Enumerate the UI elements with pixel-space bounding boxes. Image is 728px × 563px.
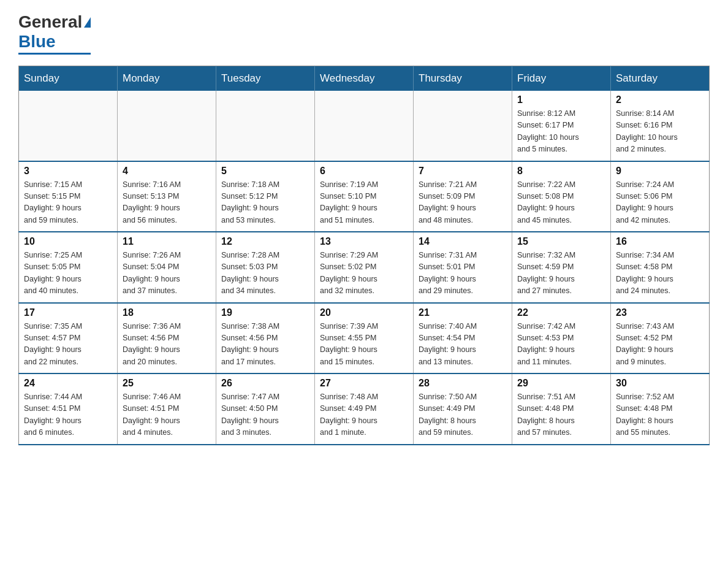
day-info: Sunrise: 7:48 AM Sunset: 4:49 PM Dayligh…	[320, 391, 408, 439]
day-number: 8	[517, 166, 605, 177]
day-number: 24	[24, 378, 112, 389]
day-info: Sunrise: 7:21 AM Sunset: 5:09 PM Dayligh…	[419, 179, 507, 227]
calendar-cell: 1Sunrise: 8:12 AM Sunset: 6:17 PM Daylig…	[512, 91, 611, 161]
day-info: Sunrise: 7:25 AM Sunset: 5:05 PM Dayligh…	[24, 250, 112, 297]
day-number: 11	[123, 236, 211, 247]
calendar-cell: 29Sunrise: 7:51 AM Sunset: 4:48 PM Dayli…	[512, 373, 611, 445]
day-number: 27	[320, 378, 408, 389]
day-info: Sunrise: 7:44 AM Sunset: 4:51 PM Dayligh…	[24, 391, 112, 439]
calendar-cell: 6Sunrise: 7:19 AM Sunset: 5:10 PM Daylig…	[315, 161, 414, 232]
calendar-cell: 18Sunrise: 7:36 AM Sunset: 4:56 PM Dayli…	[118, 303, 216, 374]
calendar-cell: 24Sunrise: 7:44 AM Sunset: 4:51 PM Dayli…	[19, 373, 118, 445]
logo-underline	[18, 53, 91, 55]
day-number: 29	[517, 378, 605, 389]
calendar-header-wednesday: Wednesday	[315, 66, 414, 91]
day-info: Sunrise: 7:36 AM Sunset: 4:56 PM Dayligh…	[123, 321, 211, 369]
calendar-cell: 14Sunrise: 7:31 AM Sunset: 5:01 PM Dayli…	[414, 232, 512, 303]
calendar-cell: 19Sunrise: 7:38 AM Sunset: 4:56 PM Dayli…	[216, 303, 315, 374]
calendar-cell: 22Sunrise: 7:42 AM Sunset: 4:53 PM Dayli…	[512, 303, 611, 374]
calendar-cell: 15Sunrise: 7:32 AM Sunset: 4:59 PM Dayli…	[512, 232, 611, 303]
day-number: 16	[616, 236, 704, 247]
day-info: Sunrise: 7:51 AM Sunset: 4:48 PM Dayligh…	[517, 391, 605, 439]
calendar-cell: 10Sunrise: 7:25 AM Sunset: 5:05 PM Dayli…	[19, 232, 118, 303]
calendar-cell: 3Sunrise: 7:15 AM Sunset: 5:15 PM Daylig…	[19, 161, 118, 232]
day-number: 12	[221, 236, 309, 247]
day-number: 30	[616, 378, 704, 389]
calendar-week-row: 24Sunrise: 7:44 AM Sunset: 4:51 PM Dayli…	[19, 373, 710, 445]
calendar-cell: 4Sunrise: 7:16 AM Sunset: 5:13 PM Daylig…	[118, 161, 216, 232]
day-info: Sunrise: 7:40 AM Sunset: 4:54 PM Dayligh…	[419, 321, 507, 369]
day-number: 18	[123, 307, 211, 318]
day-info: Sunrise: 8:14 AM Sunset: 6:16 PM Dayligh…	[616, 108, 704, 156]
calendar-week-row: 3Sunrise: 7:15 AM Sunset: 5:15 PM Daylig…	[19, 161, 710, 232]
day-number: 3	[24, 166, 112, 177]
day-number: 10	[24, 236, 112, 247]
calendar-cell: 12Sunrise: 7:28 AM Sunset: 5:03 PM Dayli…	[216, 232, 315, 303]
day-number: 2	[616, 94, 704, 105]
day-number: 7	[419, 166, 507, 177]
day-number: 9	[616, 166, 704, 177]
day-number: 13	[320, 236, 408, 247]
day-info: Sunrise: 7:43 AM Sunset: 4:52 PM Dayligh…	[616, 321, 704, 369]
calendar-cell: 13Sunrise: 7:29 AM Sunset: 5:02 PM Dayli…	[315, 232, 414, 303]
day-number: 1	[517, 94, 605, 105]
day-number: 26	[221, 378, 309, 389]
calendar-header-friday: Friday	[512, 66, 611, 91]
calendar-cell: 30Sunrise: 7:52 AM Sunset: 4:48 PM Dayli…	[611, 373, 710, 445]
calendar-cell: 23Sunrise: 7:43 AM Sunset: 4:52 PM Dayli…	[611, 303, 710, 374]
day-info: Sunrise: 7:26 AM Sunset: 5:04 PM Dayligh…	[123, 250, 211, 297]
day-info: Sunrise: 7:32 AM Sunset: 4:59 PM Dayligh…	[517, 250, 605, 297]
calendar-week-row: 10Sunrise: 7:25 AM Sunset: 5:05 PM Dayli…	[19, 232, 710, 303]
logo-triangle-icon	[84, 17, 91, 28]
day-info: Sunrise: 7:39 AM Sunset: 4:55 PM Dayligh…	[320, 321, 408, 369]
day-info: Sunrise: 7:16 AM Sunset: 5:13 PM Dayligh…	[123, 179, 211, 227]
calendar-cell	[315, 91, 414, 161]
day-number: 15	[517, 236, 605, 247]
calendar-header-row: SundayMondayTuesdayWednesdayThursdayFrid…	[19, 66, 710, 91]
calendar-header-tuesday: Tuesday	[216, 66, 315, 91]
day-info: Sunrise: 7:35 AM Sunset: 4:57 PM Dayligh…	[24, 321, 112, 369]
calendar-table: SundayMondayTuesdayWednesdayThursdayFrid…	[18, 66, 710, 445]
calendar-cell: 17Sunrise: 7:35 AM Sunset: 4:57 PM Dayli…	[19, 303, 118, 374]
calendar-cell: 8Sunrise: 7:22 AM Sunset: 5:08 PM Daylig…	[512, 161, 611, 232]
day-number: 14	[419, 236, 507, 247]
day-number: 6	[320, 166, 408, 177]
calendar-cell: 2Sunrise: 8:14 AM Sunset: 6:16 PM Daylig…	[611, 91, 710, 161]
calendar-cell	[216, 91, 315, 161]
day-number: 21	[419, 307, 507, 318]
calendar-cell	[118, 91, 216, 161]
day-number: 28	[419, 378, 507, 389]
calendar-header-thursday: Thursday	[414, 66, 512, 91]
calendar-cell: 9Sunrise: 7:24 AM Sunset: 5:06 PM Daylig…	[611, 161, 710, 232]
calendar-cell: 5Sunrise: 7:18 AM Sunset: 5:12 PM Daylig…	[216, 161, 315, 232]
calendar-cell: 11Sunrise: 7:26 AM Sunset: 5:04 PM Dayli…	[118, 232, 216, 303]
day-info: Sunrise: 7:46 AM Sunset: 4:51 PM Dayligh…	[123, 391, 211, 439]
calendar-week-row: 1Sunrise: 8:12 AM Sunset: 6:17 PM Daylig…	[19, 91, 710, 161]
day-info: Sunrise: 7:22 AM Sunset: 5:08 PM Dayligh…	[517, 179, 605, 227]
calendar-header-monday: Monday	[118, 66, 216, 91]
page-header: GeneralBlue	[18, 12, 710, 55]
day-info: Sunrise: 7:18 AM Sunset: 5:12 PM Dayligh…	[221, 179, 309, 227]
logo-general: General	[18, 12, 82, 32]
calendar-cell: 20Sunrise: 7:39 AM Sunset: 4:55 PM Dayli…	[315, 303, 414, 374]
day-info: Sunrise: 7:34 AM Sunset: 4:58 PM Dayligh…	[616, 250, 704, 297]
day-info: Sunrise: 7:19 AM Sunset: 5:10 PM Dayligh…	[320, 179, 408, 227]
calendar-week-row: 17Sunrise: 7:35 AM Sunset: 4:57 PM Dayli…	[19, 303, 710, 374]
day-number: 19	[221, 307, 309, 318]
day-info: Sunrise: 7:31 AM Sunset: 5:01 PM Dayligh…	[419, 250, 507, 297]
calendar-cell: 7Sunrise: 7:21 AM Sunset: 5:09 PM Daylig…	[414, 161, 512, 232]
day-number: 4	[123, 166, 211, 177]
day-info: Sunrise: 7:28 AM Sunset: 5:03 PM Dayligh…	[221, 250, 309, 297]
day-number: 5	[221, 166, 309, 177]
day-info: Sunrise: 7:29 AM Sunset: 5:02 PM Dayligh…	[320, 250, 408, 297]
day-info: Sunrise: 7:47 AM Sunset: 4:50 PM Dayligh…	[221, 391, 309, 439]
calendar-cell: 16Sunrise: 7:34 AM Sunset: 4:58 PM Dayli…	[611, 232, 710, 303]
day-info: Sunrise: 7:24 AM Sunset: 5:06 PM Dayligh…	[616, 179, 704, 227]
calendar-cell	[414, 91, 512, 161]
calendar-cell: 21Sunrise: 7:40 AM Sunset: 4:54 PM Dayli…	[414, 303, 512, 374]
day-number: 20	[320, 307, 408, 318]
day-number: 25	[123, 378, 211, 389]
calendar-header-saturday: Saturday	[611, 66, 710, 91]
day-number: 17	[24, 307, 112, 318]
day-info: Sunrise: 7:15 AM Sunset: 5:15 PM Dayligh…	[24, 179, 112, 227]
